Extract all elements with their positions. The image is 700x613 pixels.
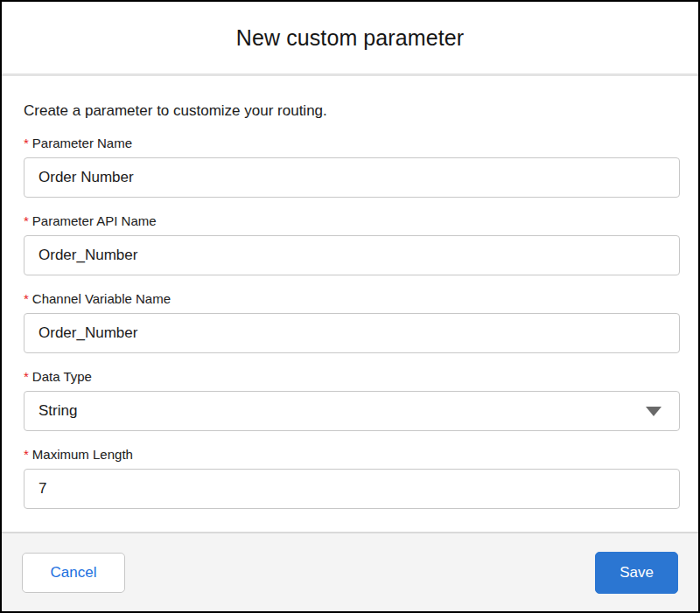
new-custom-parameter-modal: New custom parameter Create a parameter … [0,0,700,613]
parameter-name-label: *Parameter Name [24,135,676,151]
cancel-button[interactable]: Cancel [22,553,125,593]
save-button[interactable]: Save [595,552,678,594]
maximum-length-label-text: Maximum Length [32,447,133,462]
data-type-selected-value: String [38,402,77,420]
modal-description: Create a parameter to customize your rou… [24,76,676,120]
parameter-name-label-text: Parameter Name [32,136,132,150]
field-parameter-api-name: *Parameter API Name [24,212,676,275]
field-data-type: *Data Type String [24,368,676,431]
modal-footer: Cancel Save [2,532,698,611]
parameter-api-name-input[interactable] [24,235,680,275]
channel-variable-name-label: *Channel Variable Name [24,290,676,307]
modal-header: New custom parameter [2,2,698,76]
parameter-api-name-label: *Parameter API Name [24,212,676,229]
required-asterisk: * [24,291,29,306]
required-asterisk: * [24,213,29,228]
data-type-label: *Data Type [24,368,676,385]
data-type-label-text: Data Type [32,369,92,384]
required-asterisk: * [24,369,29,384]
dropdown-arrow-icon [646,407,662,416]
maximum-length-input[interactable] [24,469,680,509]
modal-body: Create a parameter to customize your rou… [2,76,698,509]
field-channel-variable-name: *Channel Variable Name [24,290,676,353]
parameter-name-input[interactable] [24,157,680,198]
channel-variable-name-label-text: Channel Variable Name [32,291,171,306]
maximum-length-label: *Maximum Length [24,446,676,463]
channel-variable-name-input[interactable] [24,313,680,353]
required-asterisk: * [24,136,29,150]
parameter-api-name-label-text: Parameter API Name [32,213,157,228]
field-maximum-length: *Maximum Length [24,446,676,509]
field-parameter-name: *Parameter Name [24,135,676,198]
required-asterisk: * [24,447,29,462]
data-type-select[interactable]: String [24,391,680,431]
modal-title: New custom parameter [236,25,464,51]
